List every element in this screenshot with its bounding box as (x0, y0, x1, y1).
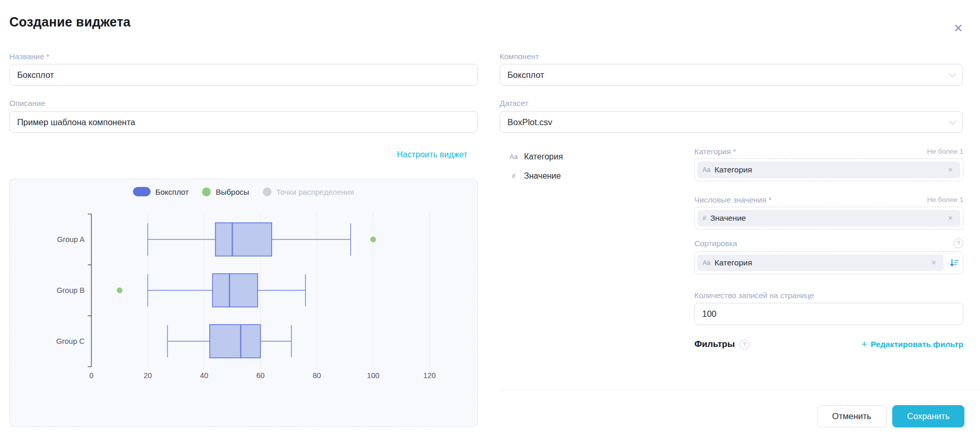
svg-text:100: 100 (367, 371, 379, 380)
sorting-slot-label: Сортировка (694, 239, 737, 248)
remove-chip-icon[interactable]: ✕ (946, 213, 955, 223)
values-slot-limit: Не более 1 (927, 196, 963, 204)
svg-text:40: 40 (200, 371, 208, 380)
dataset-select[interactable]: BoxPlot.csv (500, 111, 963, 133)
dataset-field-value[interactable]: # Значение (508, 170, 561, 182)
chip-label: Категория (715, 165, 942, 175)
legend-label: Выбросы (216, 187, 249, 196)
remove-chip-icon[interactable]: ✕ (929, 258, 938, 267)
svg-text:80: 80 (313, 371, 321, 380)
chevron-down-icon (949, 117, 956, 125)
dataset-field-category[interactable]: Aa Категория (508, 151, 563, 163)
sorting-chip[interactable]: Aa Категория ✕ (697, 255, 944, 271)
legend-swatch-icon (202, 187, 211, 196)
sort-direction-icon[interactable] (948, 257, 960, 269)
category-chip[interactable]: Aa Категория ✕ (697, 162, 960, 178)
chip-label: Значение (710, 213, 942, 223)
values-chip[interactable]: # Значение ✕ (697, 210, 960, 226)
component-select-value: Боксплот (507, 70, 950, 80)
number-type-icon: # (703, 215, 706, 222)
legend-label: Точки распределения (276, 187, 354, 196)
svg-text:60: 60 (256, 371, 264, 380)
values-slot-label: Числовые значения * (694, 195, 772, 204)
legend-item[interactable]: Точки распределения (263, 187, 354, 196)
legend-item[interactable]: Боксплот (133, 187, 189, 196)
chart-legend: БоксплотВыбросыТочки распределения (10, 187, 477, 196)
values-dropzone[interactable]: # Значение ✕ (694, 207, 963, 230)
filters-label: Фильтры (694, 339, 735, 350)
footer-divider (500, 390, 980, 390)
chevron-down-icon (949, 70, 956, 77)
configure-widget-link[interactable]: Настроить виджет (397, 150, 467, 159)
page-title: Создание виджета (9, 15, 130, 30)
edit-filter-link[interactable]: + Редактировать фильтр (862, 339, 964, 350)
save-button[interactable]: Сохранить (892, 405, 964, 427)
description-input[interactable] (9, 111, 478, 133)
legend-swatch-icon (263, 187, 272, 196)
boxplot-chart: Group AGroup BGroup C020406080100120 (10, 199, 477, 396)
chip-label: Категория (715, 258, 925, 267)
remove-chip-icon[interactable]: ✕ (946, 165, 955, 175)
page-size-label: Количество записей на странице (694, 291, 814, 300)
close-icon[interactable]: ✕ (949, 20, 967, 37)
help-icon[interactable]: ? (740, 340, 749, 350)
svg-text:Group A: Group A (57, 235, 85, 244)
svg-text:0: 0 (89, 371, 93, 380)
component-label: Компонент (500, 52, 539, 61)
svg-text:Group C: Group C (56, 337, 85, 345)
help-icon[interactable]: ? (954, 238, 963, 248)
dataset-select-value: BoxPlot.csv (507, 117, 950, 127)
category-slot-label: Категория * (694, 147, 736, 156)
legend-item[interactable]: Выбросы (202, 187, 249, 196)
svg-text:Group B: Group B (57, 286, 85, 294)
field-label: Значение (524, 171, 561, 181)
cancel-button[interactable]: Отменить (817, 405, 887, 427)
component-select[interactable]: Боксплот (500, 64, 963, 86)
widget-preview: БоксплотВыбросыТочки распределения Group… (9, 179, 478, 427)
svg-text:120: 120 (423, 371, 436, 380)
field-label: Категория (524, 152, 563, 162)
page-size-input[interactable] (694, 303, 963, 325)
sorting-dropzone[interactable]: Aa Категория ✕ (694, 251, 963, 274)
category-dropzone[interactable]: Aa Категория ✕ (694, 158, 963, 181)
legend-swatch-icon (133, 187, 151, 196)
number-type-icon: # (508, 172, 519, 180)
text-type-icon: Aa (508, 153, 519, 160)
svg-text:20: 20 (143, 371, 152, 380)
dataset-label: Датасет (500, 99, 528, 108)
plus-icon: + (862, 339, 867, 350)
legend-label: Боксплот (155, 187, 189, 196)
text-type-icon: Aa (703, 259, 710, 266)
category-slot-limit: Не более 1 (927, 148, 963, 155)
name-input[interactable] (9, 64, 478, 86)
description-label: Описание (9, 99, 45, 108)
text-type-icon: Aa (703, 166, 710, 173)
name-label: Название * (9, 52, 49, 61)
